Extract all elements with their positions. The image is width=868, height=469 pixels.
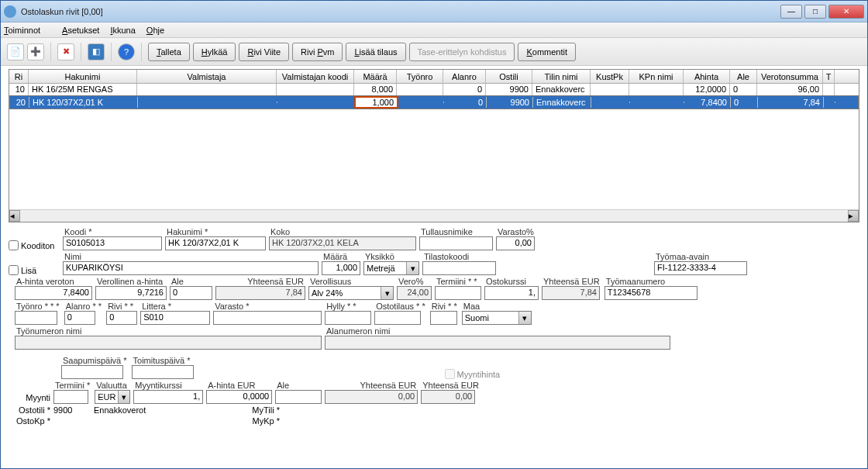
ostotili-input[interactable]: 9900 xyxy=(53,405,91,415)
ale2-label: Ale xyxy=(275,381,322,390)
talleta-button[interactable]: Talleta xyxy=(148,43,190,61)
maara-input[interactable]: 1,000 xyxy=(322,261,360,275)
maara-edit-cell[interactable]: 1,000 xyxy=(355,97,398,108)
maa-select[interactable]: Suomi▾ xyxy=(462,311,532,325)
menu-ohje[interactable]: Ohje xyxy=(146,26,164,35)
kommentit-button[interactable]: Kommentit xyxy=(518,43,576,61)
hylly-input[interactable] xyxy=(325,311,371,325)
col-valmistaja[interactable]: Valmistaja xyxy=(137,70,277,83)
hakunimi-input[interactable]: HK 120/37X2,01 K xyxy=(165,236,266,250)
scroll-right-arrow[interactable]: ▸ xyxy=(848,210,859,222)
valuutta-label: Valuutta xyxy=(95,381,130,390)
rivi-input[interactable]: 0 xyxy=(106,311,137,325)
veropct-display: 24,00 xyxy=(397,286,432,300)
yksikko-label: Yksikkö xyxy=(363,252,419,261)
mykp-label: MyKp * xyxy=(252,416,283,426)
verollah-input[interactable]: 9,7216 xyxy=(95,286,167,300)
add-icon[interactable]: ➕ xyxy=(27,43,44,60)
menu-asetukset[interactable]: Asetukset xyxy=(62,26,99,35)
yht-eur3-display: 0,00 xyxy=(325,390,418,404)
alanro-label: Alanro * * xyxy=(64,302,103,311)
col-ostili[interactable]: Ostili xyxy=(486,70,532,83)
koodi-input[interactable]: S0105013 xyxy=(63,236,162,250)
myyntihinta-checkbox xyxy=(445,369,455,379)
col-t[interactable]: T xyxy=(823,70,835,83)
grid-scrollbar[interactable]: ◂ ▸ xyxy=(9,209,859,222)
new-icon[interactable]: 📄 xyxy=(7,43,24,60)
rivipvm-button[interactable]: Rivi Pvm xyxy=(292,43,343,61)
col-tyonro[interactable]: Työnro xyxy=(397,70,443,83)
nimi-label: Nimi xyxy=(63,252,319,261)
col-alanro[interactable]: Alanro xyxy=(443,70,486,83)
tilastokoodi-input[interactable] xyxy=(422,261,496,275)
maara-label: Määrä xyxy=(322,252,360,261)
col-hakunimi[interactable]: Hakunimi xyxy=(29,70,137,83)
col-ale[interactable]: Ale xyxy=(730,70,757,83)
termiini-input[interactable] xyxy=(435,286,481,300)
help-icon[interactable]: ? xyxy=(118,43,135,60)
col-tilinnimi[interactable]: Tilin nimi xyxy=(532,70,591,83)
yht-eur-label: Yhteensä EUR xyxy=(215,277,305,286)
nimi-input[interactable]: KUPARIKÖYSI xyxy=(63,261,319,275)
ahinta-eur-label: A-hinta EUR xyxy=(206,381,272,390)
ahinta-eur-input[interactable]: 0,0000 xyxy=(206,390,272,404)
rivi2-input[interactable] xyxy=(430,311,457,325)
maximize-button[interactable]: □ xyxy=(804,5,826,19)
col-valmkoodi[interactable]: Valmistajan koodi xyxy=(277,70,354,83)
littera-input[interactable]: S010 xyxy=(140,311,210,325)
app-icon xyxy=(4,5,16,18)
toimituspv-input[interactable] xyxy=(132,365,194,379)
saapumispv-label: Saapumispäivä * xyxy=(61,356,129,365)
lisaatilaus-button[interactable]: Lisää tilaus xyxy=(346,43,405,61)
varasto-input[interactable] xyxy=(213,311,322,325)
varastopct-input[interactable]: 0,00 xyxy=(496,236,535,250)
col-ahinta[interactable]: Ahinta xyxy=(684,70,730,83)
tyomaaavain-label: Työmaa-avain xyxy=(654,252,747,261)
termiini-label: Termiini * * xyxy=(435,277,481,286)
termiini2-label: Termiini * xyxy=(53,381,91,390)
col-maara[interactable]: Määrä xyxy=(354,70,397,83)
ale-input[interactable]: 0 xyxy=(170,286,212,300)
col-kustpk[interactable]: KustPk xyxy=(591,70,629,83)
myynti-label: Myynti xyxy=(9,393,53,404)
termiini2-input[interactable] xyxy=(53,390,88,404)
grid-row-2-selected[interactable]: 20 HK 120/37X2,01 K 1,000 0 9900 Ennakko… xyxy=(9,95,859,109)
lisa-checkbox[interactable] xyxy=(9,265,19,275)
hylly-label: Hylly * * xyxy=(325,302,371,311)
myyntikurssi-input[interactable]: 1, xyxy=(133,390,203,404)
col-verotonsumma[interactable]: Verotonsumma xyxy=(757,70,823,83)
close-button[interactable]: ✕ xyxy=(828,5,864,19)
tyomaaavain-input[interactable]: FI-1122-3333-4 xyxy=(654,261,747,275)
rivi-label: Rivi * * xyxy=(106,302,137,311)
tyonro-input[interactable] xyxy=(15,311,57,325)
ahveroton-input[interactable]: 7,8400 xyxy=(15,286,92,300)
riviviite-button[interactable]: Rivi Viite xyxy=(239,43,289,61)
kooditon-checkbox[interactable] xyxy=(9,240,19,250)
tyomaanro-input[interactable]: T12345678 xyxy=(604,286,698,300)
tullausnimike-input[interactable] xyxy=(419,236,493,250)
maa-label: Maa xyxy=(462,302,532,311)
koko-display: HK 120/37X2,01 KELA xyxy=(269,236,416,250)
yksikko-select[interactable]: Metrejä▾ xyxy=(363,261,419,275)
ale-label: Ale xyxy=(170,277,212,286)
minimize-button[interactable]: — xyxy=(780,5,802,19)
verollisuus-select[interactable]: Alv 24%▾ xyxy=(308,286,394,300)
col-kpnnimi[interactable]: KPn nimi xyxy=(629,70,684,83)
menu-ikkuna[interactable]: Ikkuna xyxy=(110,26,135,35)
col-ri[interactable]: Ri xyxy=(9,70,29,83)
ostotilaus-input[interactable] xyxy=(374,311,421,325)
menu-toiminnot[interactable]: Toiminnot xyxy=(4,26,51,35)
hylkaa-button[interactable]: Hylkää xyxy=(193,43,236,61)
ostokurssi-input[interactable]: 1, xyxy=(484,286,539,300)
grid[interactable]: Ri Hakunimi Valmistaja Valmistajan koodi… xyxy=(9,69,859,222)
dropdown-icon: ▾ xyxy=(406,262,418,274)
saapumispv-input[interactable] xyxy=(61,365,123,379)
alanro-input[interactable]: 0 xyxy=(64,311,95,325)
ale2-input[interactable] xyxy=(275,390,322,404)
tool-icon[interactable]: ◧ xyxy=(88,43,105,60)
scroll-left-arrow[interactable]: ◂ xyxy=(9,210,20,222)
tullausnimike-label: Tullausnimike xyxy=(419,227,493,236)
valuutta-select[interactable]: EUR▾ xyxy=(95,390,130,404)
delete-icon[interactable]: ✖ xyxy=(57,43,74,60)
grid-row-1[interactable]: 10 HK 16/25M RENGAS 8,000 0 9900 Ennakko… xyxy=(9,84,859,95)
